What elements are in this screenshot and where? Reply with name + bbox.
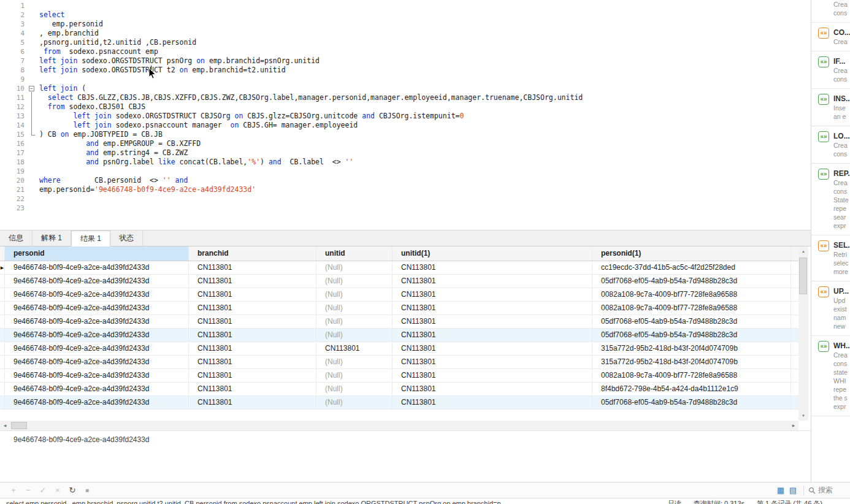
cell[interactable]: 9e466748-b0f9-4ce9-a2ce-a4d39fd2433d [5,315,189,328]
cell[interactable]: CN113801 [189,302,316,315]
snippet-item-co[interactable]: «»CO...Crea [811,23,850,52]
cell[interactable]: CN113801 [189,315,316,328]
cell[interactable]: (Null) [316,315,392,328]
cell[interactable]: CN113801 [189,356,316,368]
cell-value-preview[interactable]: 9e466748-b0f9-4ce9-a2ce-a4d39fd2433d [0,430,811,482]
cell[interactable]: 9e466748-b0f9-4ce9-a2ce-a4d39fd2433d [5,261,189,274]
cell[interactable]: 0082a108-9c7a-4009-bf77-728fe8a96588 [592,288,791,301]
column-header-personid1[interactable]: personid(1) [592,246,791,261]
search-control[interactable]: 搜索 [808,485,844,495]
cell[interactable]: 315a772d-95b2-418d-b43f-20f4d074709b [592,356,791,368]
table-row[interactable]: 9e466748-b0f9-4ce9-a2ce-a4d39fd2433dCN11… [0,288,798,302]
snippet-item-sel[interactable]: «»SEL...Retriselecmore [811,235,850,281]
apply-changes-button[interactable]: ✓ [36,486,50,495]
cell[interactable]: 9e466748-b0f9-4ce9-a2ce-a4d39fd2433d [5,396,189,409]
discard-changes-button[interactable]: × [50,486,65,495]
cell[interactable]: 9e466748-b0f9-4ce9-a2ce-a4d39fd2433d [5,275,189,288]
cell[interactable]: (Null) [316,275,392,288]
table-row[interactable]: 9e466748-b0f9-4ce9-a2ce-a4d39fd2433dCN11… [0,369,798,383]
cell[interactable]: 9e466748-b0f9-4ce9-a2ce-a4d39fd2433d [5,302,189,315]
cell[interactable]: 0082a108-9c7a-4009-bf77-728fe8a96588 [592,369,791,382]
cell[interactable]: CN113801 [189,342,316,355]
horizontal-scroll-track[interactable] [10,421,789,430]
table-row[interactable]: 9e466748-b0f9-4ce9-a2ce-a4d39fd2433dCN11… [0,302,798,315]
cell[interactable]: 9e466748-b0f9-4ce9-a2ce-a4d39fd2433d [5,356,189,368]
table-row[interactable]: 9e466748-b0f9-4ce9-a2ce-a4d39fd2433dCN11… [0,396,798,410]
row-indicator[interactable] [0,315,5,328]
table-row[interactable]: 9e466748-b0f9-4ce9-a2ce-a4d39fd2433dCN11… [0,383,798,396]
cell[interactable]: (Null) [316,261,392,274]
column-header-branchid[interactable]: branchid [189,246,316,261]
cell[interactable]: (Null) [316,288,392,301]
tab-explain-1[interactable]: 解释 1 [33,231,71,246]
add-record-button[interactable]: + [6,486,21,495]
grid-view-button[interactable]: ▦ [775,486,787,495]
cell[interactable]: 9e466748-b0f9-4ce9-a2ce-a4d39fd2433d [5,369,189,382]
refresh-button[interactable]: ↻ [65,486,80,495]
vertical-scroll-track[interactable] [798,256,808,411]
cell[interactable]: 05df7068-ef05-4ab9-b54a-7d9488b28c3d [592,329,791,342]
tab-result-1[interactable]: 结果 1 [71,231,110,246]
cell[interactable]: 05df7068-ef05-4ab9-b54a-7d9488b28c3d [592,396,791,409]
cell[interactable]: (Null) [316,356,392,368]
cell[interactable]: 8f4bd672-798e-4b54-a424-da4b1112e1c9 [592,383,791,395]
cell[interactable]: 05df7068-ef05-4ab9-b54a-7d9488b28c3d [592,275,791,288]
snippet-item-wh[interactable]: «»WH...CreaconsstateWHIrepethe sexpr [811,336,850,416]
cell[interactable]: CN113801 [392,302,592,315]
cell[interactable]: CN113801 [392,383,592,395]
row-indicator[interactable] [0,342,5,355]
horizontal-scroll-thumb[interactable] [11,422,27,429]
table-row[interactable]: 9e466748-b0f9-4ce9-a2ce-a4d39fd2433dCN11… [0,315,798,329]
cell[interactable]: CN113801 [189,396,316,409]
table-row[interactable]: 9e466748-b0f9-4ce9-a2ce-a4d39fd2433dCN11… [0,342,798,356]
snippet-item-partial[interactable]: Creacons [811,0,850,23]
row-indicator[interactable] [0,369,5,382]
tab-status[interactable]: 状态 [110,231,143,246]
cell[interactable]: 315a772d-95b2-418d-b43f-20f4d074709b [592,342,791,355]
delete-record-button[interactable]: − [21,486,36,495]
cell[interactable]: CN113801 [392,315,592,328]
current-row-arrow[interactable]: ▶ [0,261,5,274]
cell[interactable]: 9e466748-b0f9-4ce9-a2ce-a4d39fd2433d [5,288,189,301]
cell[interactable]: 0082a108-9c7a-4009-bf77-728fe8a96588 [592,302,791,315]
cell[interactable]: CN113801 [189,261,316,274]
row-indicator[interactable] [0,288,5,301]
row-indicator[interactable] [0,356,5,368]
column-header-personid[interactable]: personid [5,246,189,261]
fold-collapse-icon[interactable]: − [29,86,34,91]
cell[interactable]: cc19ecdc-37dd-41b5-ac5c-4f2d25f28ded [592,261,791,274]
table-row[interactable]: 9e466748-b0f9-4ce9-a2ce-a4d39fd2433dCN11… [0,275,798,288]
scroll-up-arrow-icon[interactable]: ▲ [798,246,808,256]
cell[interactable]: CN113801 [189,275,316,288]
sql-editor[interactable]: 12select3 emp.personid4, emp.branchid5,p… [0,0,811,231]
cell[interactable]: CN113801 [189,288,316,301]
cell[interactable]: CN113801 [392,329,592,342]
snippet-item-lo[interactable]: «»LO...Creacons [811,126,850,164]
cell[interactable]: CN113801 [392,396,592,409]
cell[interactable]: (Null) [316,302,392,315]
column-header-unitid[interactable]: unitid [316,246,392,261]
table-row[interactable]: ▶9e466748-b0f9-4ce9-a2ce-a4d39fd2433dCN1… [0,261,798,275]
grid-vertical-scrollbar[interactable]: ▲ ▼ [798,246,808,421]
table-row[interactable]: 9e466748-b0f9-4ce9-a2ce-a4d39fd2433dCN11… [0,356,798,369]
cell[interactable]: (Null) [316,329,392,342]
cell[interactable]: CN113801 [189,369,316,382]
tab-info[interactable]: 信息 [0,231,33,246]
cell[interactable]: 9e466748-b0f9-4ce9-a2ce-a4d39fd2433d [5,383,189,395]
cell[interactable]: CN113801 [392,275,592,288]
cell[interactable]: CN113801 [392,342,592,355]
stop-button[interactable]: ■ [80,487,94,494]
cell[interactable]: (Null) [316,383,392,395]
cell[interactable]: 9e466748-b0f9-4ce9-a2ce-a4d39fd2433d [5,329,189,342]
snippet-item-up[interactable]: «»UP...Updexistnamnew [811,281,850,336]
table-row[interactable]: 9e466748-b0f9-4ce9-a2ce-a4d39fd2433dCN11… [0,329,798,342]
row-indicator[interactable] [0,329,5,342]
cell[interactable]: 9e466748-b0f9-4ce9-a2ce-a4d39fd2433d [5,342,189,355]
scroll-down-arrow-icon[interactable]: ▼ [798,411,808,421]
vertical-scroll-thumb[interactable] [799,258,807,294]
cell[interactable]: CN113801 [189,383,316,395]
row-indicator[interactable] [0,383,5,395]
column-header-unitid1[interactable]: unitid(1) [392,246,592,261]
cell[interactable]: CN113801 [392,356,592,368]
cell[interactable]: (Null) [316,396,392,409]
